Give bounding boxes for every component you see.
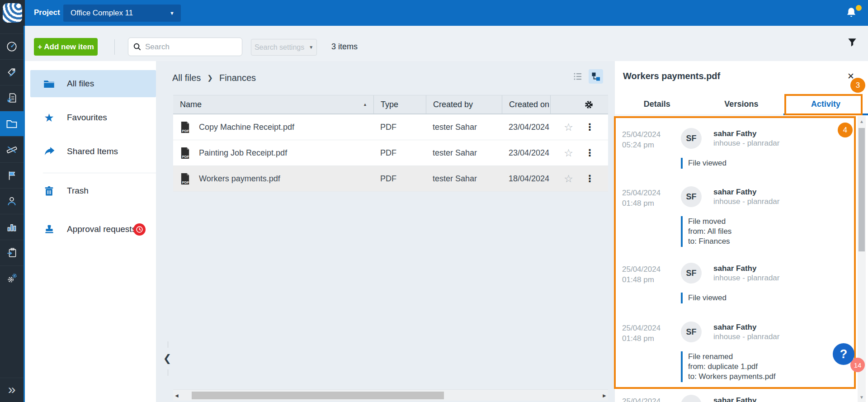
nav-item-approval-requests[interactable]: Approval requests xyxy=(25,216,156,243)
sidebar-item-tags[interactable] xyxy=(0,59,24,85)
dashboard-gauge-icon xyxy=(6,41,18,52)
vertical-scrollbar-thumb[interactable] xyxy=(859,128,865,251)
column-header-type[interactable]: Type xyxy=(373,95,426,114)
column-header-name[interactable]: Name ▲ xyxy=(173,95,373,114)
nav-label: All files xyxy=(67,79,94,89)
row-menu-button[interactable]: ⋮ xyxy=(585,122,594,132)
activity-action: File viewed xyxy=(681,293,848,303)
sidebar-item-dashboard[interactable] xyxy=(0,33,24,59)
activity-action-line: File viewed xyxy=(688,158,848,168)
table-row-selected[interactable]: PDF Workers payments.pdf PDF tester Saha… xyxy=(173,166,608,192)
activity-timestamp: 25/04/2024 01:48 pm xyxy=(622,263,681,285)
activity-user-name: sahar Fathy xyxy=(713,264,848,273)
close-panel-button[interactable]: ✕ xyxy=(847,71,854,81)
sidebar-item-documents[interactable] xyxy=(0,111,24,136)
header-label: Created by xyxy=(433,100,473,109)
tab-activity[interactable]: Activity xyxy=(783,94,868,115)
file-name: Painting Job Receipt.pdf xyxy=(199,148,287,158)
nav-item-all-files[interactable]: All files xyxy=(25,70,156,97)
scroll-right-arrow[interactable]: ► xyxy=(601,390,608,401)
activity-timestamp: 25/04/2024 xyxy=(622,395,681,402)
tree-view-button[interactable] xyxy=(589,69,603,84)
sidebar-item-plans[interactable] xyxy=(0,137,24,162)
flag-icon xyxy=(6,170,18,181)
add-new-item-button[interactable]: + Add new item xyxy=(34,38,98,56)
help-button[interactable]: ? xyxy=(833,343,854,365)
clock-icon xyxy=(136,226,143,233)
row-menu-button[interactable]: ⋮ xyxy=(585,173,594,184)
horizontal-scrollbar-thumb[interactable] xyxy=(192,392,444,399)
notification-badge-dot xyxy=(856,5,862,11)
table-row[interactable]: PDF Painting Job Receipt.pdf PDF tester … xyxy=(173,140,608,166)
gears-icon xyxy=(6,272,18,284)
header-label: Name xyxy=(180,100,202,109)
file-type: PDF xyxy=(373,174,426,184)
collapse-tick xyxy=(168,341,168,348)
sidebar-item-tickets[interactable] xyxy=(0,85,24,110)
search-settings-button[interactable]: Search settings ▼ xyxy=(251,39,317,56)
avatar: SF xyxy=(681,186,702,207)
nav-divider xyxy=(43,173,156,173)
file-name: Workers payments.pdf xyxy=(199,174,280,184)
avatar: SF xyxy=(681,263,702,284)
horizontal-scrollbar[interactable]: ◄ ► xyxy=(173,389,608,401)
sidebar-item-reports[interactable] xyxy=(0,162,24,188)
sidebar-item-contacts[interactable] xyxy=(0,188,24,213)
search-box[interactable] xyxy=(128,38,242,56)
sidebar-item-statistics[interactable] xyxy=(0,214,24,239)
chevron-left-icon: ❮ xyxy=(163,353,171,364)
avatar: SF xyxy=(681,322,702,342)
trash-icon xyxy=(43,185,55,197)
activity-time: 05:24 pm xyxy=(622,140,681,150)
tab-details[interactable]: Details xyxy=(615,94,699,115)
row-menu-button[interactable]: ⋮ xyxy=(585,147,594,158)
project-selector[interactable]: Office Complex 11 ▼ xyxy=(63,5,181,22)
scroll-down-arrow[interactable]: ▼ xyxy=(858,394,866,400)
svg-text:PDF: PDF xyxy=(182,155,189,159)
pdf-file-icon: PDF xyxy=(180,121,190,133)
nav-item-trash[interactable]: Trash xyxy=(25,177,156,204)
column-settings-button[interactable] xyxy=(550,95,608,114)
sidebar-item-settings[interactable] xyxy=(0,265,24,291)
table-row[interactable]: PDF Copy Machine Receipt.pdf PDF tester … xyxy=(173,114,608,140)
panel-tabs: Details Versions Activity xyxy=(615,94,868,115)
add-new-item-label: Add new item xyxy=(44,43,94,51)
breadcrumb-root[interactable]: All files xyxy=(172,73,201,83)
list-view-button[interactable] xyxy=(571,69,585,84)
activity-timestamp: 25/04/2024 01:48 pm xyxy=(622,186,681,208)
folder-icon xyxy=(43,78,55,90)
share-arrow-icon xyxy=(43,146,55,158)
scroll-left-arrow[interactable]: ◄ xyxy=(173,390,180,401)
pdf-file-icon: PDF xyxy=(180,147,190,159)
chevron-right-icon: ❯ xyxy=(207,74,213,82)
project-name: Office Complex 11 xyxy=(71,9,133,17)
tab-versions[interactable]: Versions xyxy=(699,94,784,115)
filter-button[interactable] xyxy=(846,37,858,48)
activity-action-line: File moved xyxy=(688,217,848,227)
column-header-created-on[interactable]: Created on xyxy=(502,95,550,114)
file-created-by: tester Sahar xyxy=(426,148,502,158)
activity-date: 25/04/2024 xyxy=(622,129,681,140)
collapse-panel-button[interactable]: ❮ xyxy=(162,350,172,368)
activity-action-line: to: Finances xyxy=(688,236,848,246)
favourite-star-button[interactable]: ☆ xyxy=(564,148,573,157)
active-tab-underline xyxy=(783,114,868,115)
nav-label: Approval requests xyxy=(67,224,136,234)
action-toolbar: + Add new item Search settings ▼ 3 items xyxy=(25,26,868,61)
favourite-star-button[interactable]: ☆ xyxy=(564,174,573,183)
funnel-icon xyxy=(846,37,858,48)
nav-item-favourites[interactable]: ★ Favourites xyxy=(25,104,156,131)
sidebar-expand-button[interactable]: » xyxy=(0,378,24,400)
sidebar-item-forms[interactable] xyxy=(0,240,24,265)
activity-entry: 25/04/2024 01:48 pm SF sahar Fathy inhou… xyxy=(622,186,848,247)
folder-icon xyxy=(5,118,18,130)
app-sidebar: » xyxy=(0,0,25,402)
search-input[interactable] xyxy=(145,43,236,52)
file-created-by: tester Sahar xyxy=(426,123,502,132)
column-header-created-by[interactable]: Created by xyxy=(426,95,502,114)
nav-item-shared-items[interactable]: Shared Items xyxy=(25,138,156,165)
favourite-star-button[interactable]: ☆ xyxy=(564,123,573,132)
activity-user-org: inhouse - planradar xyxy=(713,332,848,342)
scroll-up-arrow[interactable]: ▲ xyxy=(858,118,866,124)
stamp-icon xyxy=(43,223,55,236)
